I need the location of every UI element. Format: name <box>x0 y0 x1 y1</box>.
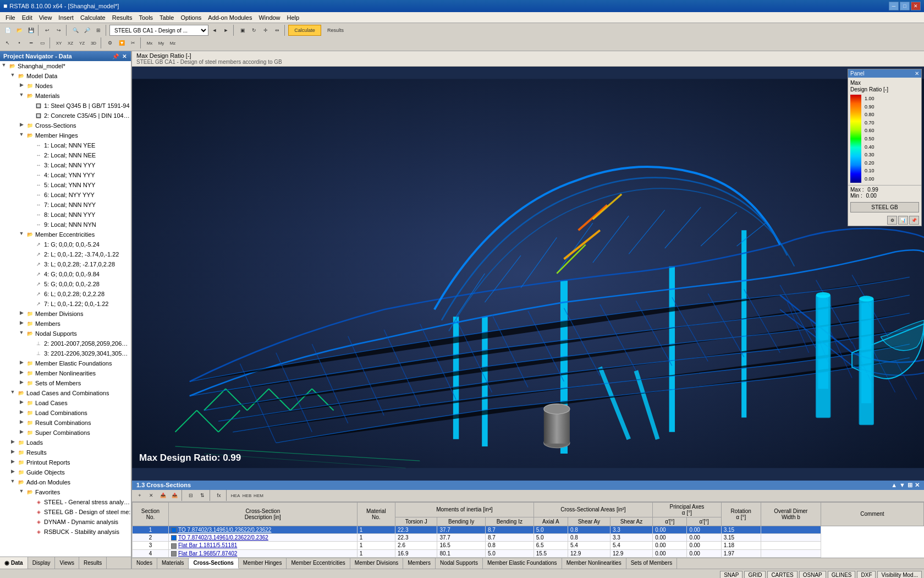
tree-expand-ns3[interactable] <box>26 350 34 357</box>
bottom-tab-nodal-supports[interactable]: Nodal Supports <box>436 558 483 569</box>
tree-expand-hinge2[interactable] <box>26 151 34 159</box>
tab-results[interactable]: Results <box>79 557 107 569</box>
menu-item-insert[interactable]: Insert <box>55 13 77 22</box>
table-row[interactable]: 1TO 7.87402/3.14961/0.23622/0.23622122.3… <box>133 526 924 533</box>
table-cell[interactable]: TO 7.87402/3.14961/0.23622/0.2362 <box>168 533 357 541</box>
tree-item-dynam[interactable]: ◈DYNAM - Dynamic analysis <box>0 517 131 527</box>
tree-item-hinge2[interactable]: ↔2: Local; NNN NEE <box>0 150 131 160</box>
tree-item-hinge1[interactable]: ↔1: Local; NNN YEE <box>0 140 131 150</box>
view-xy[interactable]: XY <box>53 37 64 48</box>
table-import-button[interactable]: 📥 <box>157 490 168 501</box>
tree-item-hinge4[interactable]: ↔4: Local; YNN YYY <box>0 170 131 180</box>
tree-item-result-combinations[interactable]: ▶📁Result Combinations <box>0 418 131 428</box>
menu-item-results[interactable]: Results <box>109 13 136 22</box>
tree-expand-mat2[interactable] <box>26 112 34 119</box>
table-row[interactable]: 4Flat Bar 1.9685/7.87402116.980.15.015.5… <box>133 549 924 557</box>
section-resize-icon[interactable]: ⊞ <box>908 482 912 489</box>
nav-pin-button[interactable]: 📌 <box>111 53 120 59</box>
tree-item-ecc6[interactable]: ↗6: L; 0,0,2.28; 0,2,2.28 <box>0 289 131 299</box>
tree-item-member-divisions[interactable]: ▶📁Member Divisions <box>0 309 131 319</box>
undo-button[interactable]: ↩ <box>42 25 53 36</box>
tree-item-hinge6[interactable]: ↔6: Local; NYY YYY <box>0 190 131 200</box>
bottom-tab-members[interactable]: Members <box>403 558 436 569</box>
zoom-all-button[interactable]: ⊞ <box>93 25 104 36</box>
tree-expand-mat1[interactable] <box>26 102 34 110</box>
Mz-button[interactable]: Mz <box>167 37 178 48</box>
tree-expand-load-combinations[interactable]: ▶ <box>18 409 25 417</box>
tree-expand-cross-sections[interactable]: ▶ <box>18 122 25 129</box>
tree-item-printout-reports[interactable]: ▶📁Printout Reports <box>0 457 131 467</box>
tree-expand-model-data[interactable]: ▼ <box>9 72 16 80</box>
select-button[interactable]: ↖ <box>2 37 13 48</box>
section-down-icon[interactable]: ▼ <box>899 482 905 489</box>
render-button[interactable]: ▣ <box>237 25 248 36</box>
filter-button[interactable]: 🔽 <box>116 37 127 48</box>
panel-export-icon[interactable]: 📊 <box>898 216 908 225</box>
status-item-glines[interactable]: GLINES <box>828 571 856 578</box>
tree-expand-load-cases[interactable]: ▼ <box>9 389 16 397</box>
tree-expand-member-nonlin[interactable]: ▶ <box>18 369 25 377</box>
tree-item-member-elastic[interactable]: ▶📁Member Elastic Foundations <box>0 358 131 368</box>
tree-item-ecc7[interactable]: ↗7: L; 0,0,-1.22; 0,0,-1.22 <box>0 299 131 309</box>
member-button[interactable]: ━ <box>25 37 36 48</box>
calc-button[interactable]: Calculate <box>288 25 321 36</box>
tree-expand-dynam[interactable] <box>26 518 34 526</box>
tree-item-ecc5[interactable]: ↗5: G; 0,0,0; 0,0,-2.28 <box>0 279 131 289</box>
menu-item-options[interactable]: Options <box>177 13 205 22</box>
tree-item-hinge8[interactable]: ↔8: Local; NNN YYY <box>0 210 131 220</box>
panel-settings-icon[interactable]: ⚙ <box>887 216 897 225</box>
tree-item-loads[interactable]: ▶📁Loads <box>0 438 131 448</box>
tree-expand-addon-modules[interactable]: ▼ <box>9 478 16 486</box>
tree-expand-ecc6[interactable] <box>26 290 34 298</box>
design-case-dropdown[interactable]: STEEL GB CA1 - Design of ... <box>109 25 208 36</box>
menu-item-calculate[interactable]: Calculate <box>77 13 109 22</box>
table-col-button[interactable]: HEA <box>230 490 241 501</box>
save-button[interactable]: 💾 <box>25 25 36 36</box>
tree-item-sets-of-members[interactable]: ▶📁Sets of Members <box>0 378 131 388</box>
tree-expand-hinge9[interactable] <box>26 221 34 228</box>
rotate-button[interactable]: ↻ <box>249 25 260 36</box>
tree-expand-shanghai[interactable]: ▼ <box>0 62 8 70</box>
scale-button[interactable]: ⇔ <box>272 25 283 36</box>
minimize-button[interactable]: ─ <box>889 2 899 10</box>
tree-item-nodal-supports[interactable]: ▼📂Nodal Supports <box>0 329 131 339</box>
tree-expand-ecc7[interactable] <box>26 300 34 308</box>
tree-item-steel-gb[interactable]: ◈STEEL GB - Design of steel me: <box>0 507 131 517</box>
view-yz[interactable]: YZ <box>76 37 87 48</box>
tree-expand-member-elastic[interactable]: ▶ <box>18 359 25 367</box>
tree-expand-ecc4[interactable] <box>26 270 34 278</box>
tree-expand-rsbuck[interactable] <box>26 528 34 536</box>
surface-button[interactable]: ▭ <box>37 37 48 48</box>
tree-item-ecc3[interactable]: ↗3: L; 0,0,2.28; -2.17,0,2.28 <box>0 259 131 269</box>
tree-expand-materials[interactable]: ▼ <box>18 92 25 100</box>
bottom-tab-member-nonlinearities[interactable]: Member Nonlinearities <box>562 558 626 569</box>
viewport-area[interactable]: Max Design Ratio: 0.99 Panel ✕ Max Desig… <box>132 67 924 481</box>
bottom-tab-member-divisions[interactable]: Member Divisions <box>350 558 403 569</box>
next-button[interactable]: ► <box>221 25 232 36</box>
tab-display[interactable]: Display <box>28 557 56 569</box>
menu-item-window[interactable]: Window <box>255 13 283 22</box>
bottom-tab-cross-sections[interactable]: Cross-Sections <box>189 558 238 569</box>
tree-expand-hinge4[interactable] <box>26 171 34 179</box>
new-button[interactable]: 📄 <box>2 25 13 36</box>
zoom-out-button[interactable]: 🔎 <box>81 25 92 36</box>
table-sort-button[interactable]: ⇅ <box>197 490 208 501</box>
table-filter-button[interactable]: ⊟ <box>185 490 196 501</box>
tree-item-member-hinges[interactable]: ▼📂Member Hinges <box>0 130 131 140</box>
bottom-tab-nodes[interactable]: Nodes <box>132 558 157 569</box>
tree-expand-steel-gen[interactable] <box>26 498 34 506</box>
tree-item-hinge5[interactable]: ↔5: Local; YNN NYY <box>0 180 131 190</box>
tree-item-ecc2[interactable]: ↗2: L; 0,0,-1.22; -3.74,0,-1.22 <box>0 249 131 259</box>
menu-item-add-on-modules[interactable]: Add-on Modules <box>205 13 255 22</box>
tree-expand-members[interactable]: ▶ <box>18 320 25 328</box>
viewport-3d[interactable]: Max Design Ratio: 0.99 Panel ✕ Max Desig… <box>132 67 924 481</box>
bottom-tab-materials[interactable]: Materials <box>157 558 189 569</box>
project-tree[interactable]: ▼📂Shanghai_model*▼📂Model Data▶📁Nodes▼📂Ma… <box>0 61 131 557</box>
view-3d[interactable]: 3D <box>88 37 99 48</box>
display-settings-button[interactable]: ⚙ <box>105 37 116 48</box>
bottom-tab-member-eccentricities[interactable]: Member Eccentricities <box>287 558 350 569</box>
restore-button[interactable]: □ <box>900 2 910 10</box>
status-item-snap[interactable]: SNAP <box>720 571 743 578</box>
table-cell[interactable]: Flat Bar 1.9685/7.87402 <box>168 549 357 557</box>
tree-expand-printout-reports[interactable]: ▶ <box>9 459 16 466</box>
